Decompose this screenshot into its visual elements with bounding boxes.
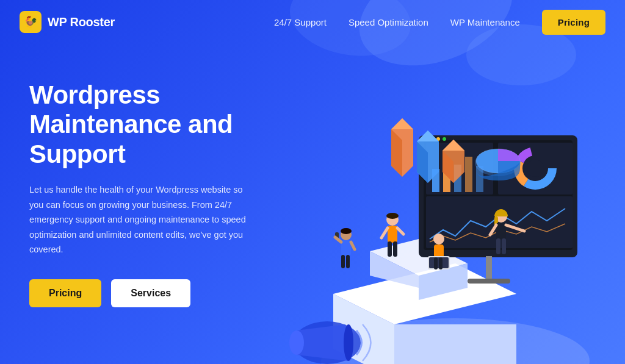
svg-rect-43 xyxy=(388,241,392,257)
nav-link-support[interactable]: 24/7 Support xyxy=(274,17,327,27)
nav-link-speed[interactable]: Speed Optimization xyxy=(349,17,428,27)
hero-description: Let us handle the health of your Wordpre… xyxy=(29,182,249,257)
nav-link-maintenance[interactable]: WP Maintenance xyxy=(450,17,520,27)
svg-rect-24 xyxy=(486,256,492,280)
navbar: 🐓 WP Rooster 24/7 Support Speed Optimiza… xyxy=(0,0,625,44)
svg-point-45 xyxy=(433,234,444,244)
page-wrapper: 🐓 WP Rooster 24/7 Support Speed Optimiza… xyxy=(0,0,625,364)
svg-rect-49 xyxy=(434,257,438,269)
svg-rect-58 xyxy=(502,238,506,254)
svg-point-23 xyxy=(443,137,446,141)
hero-section: Wordpress Maintenance and Support Let us… xyxy=(0,44,625,364)
svg-marker-68 xyxy=(297,324,349,361)
svg-marker-2 xyxy=(394,324,516,364)
svg-point-69 xyxy=(289,330,304,355)
svg-rect-61 xyxy=(341,240,351,256)
logo-text: WP Rooster xyxy=(48,15,115,29)
nav-links: 24/7 Support Speed Optimization WP Maint… xyxy=(274,10,605,35)
pricing-button[interactable]: Pricing xyxy=(29,279,101,307)
hero-illustration xyxy=(286,62,596,364)
svg-rect-57 xyxy=(496,238,500,254)
svg-rect-50 xyxy=(439,257,443,269)
svg-point-39 xyxy=(386,213,399,219)
illustration-svg xyxy=(266,50,608,364)
svg-rect-25 xyxy=(468,279,510,284)
svg-line-42 xyxy=(397,228,403,234)
logo-emoji: 🐓 xyxy=(24,15,37,29)
svg-point-70 xyxy=(344,324,353,361)
hero-content: Wordpress Maintenance and Support Let us… xyxy=(29,62,286,307)
svg-line-41 xyxy=(381,228,388,238)
svg-rect-14 xyxy=(465,157,472,192)
services-button[interactable]: Services xyxy=(111,279,190,307)
svg-point-60 xyxy=(341,228,352,234)
svg-rect-46 xyxy=(434,244,444,258)
svg-point-20 xyxy=(527,160,544,177)
logo-area: 🐓 WP Rooster xyxy=(20,11,115,33)
svg-line-64 xyxy=(351,242,355,249)
hero-buttons: Pricing Services xyxy=(29,279,286,307)
svg-rect-66 xyxy=(346,255,350,268)
svg-marker-27 xyxy=(391,118,413,129)
logo-icon: 🐓 xyxy=(20,11,42,33)
svg-rect-65 xyxy=(341,255,345,268)
svg-line-63 xyxy=(335,237,341,242)
hero-title: Wordpress Maintenance and Support xyxy=(29,80,286,169)
nav-cta-button[interactable]: Pricing xyxy=(542,10,605,35)
svg-rect-44 xyxy=(393,241,397,257)
